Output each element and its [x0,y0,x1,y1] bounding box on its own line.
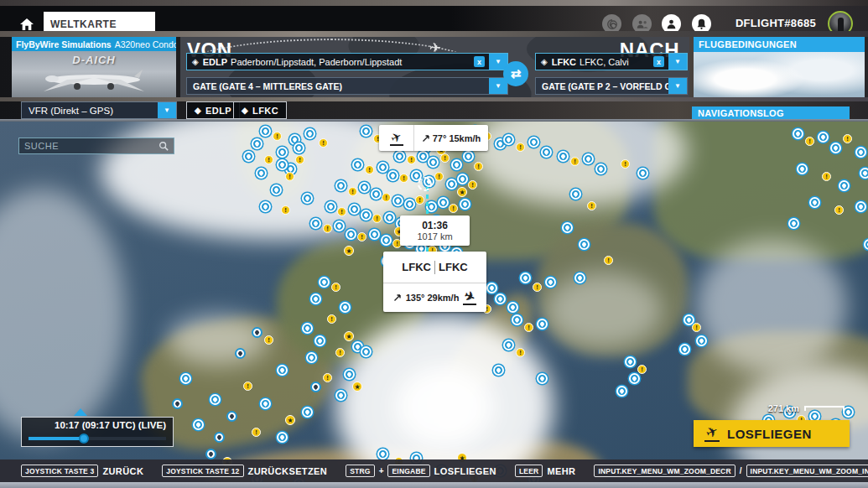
map-marker-airport[interactable] [860,168,868,179]
map-marker-airport[interactable] [277,365,288,376]
map-marker-alert[interactable] [323,224,332,233]
map-marker-star[interactable] [344,331,354,341]
map-marker-alert[interactable] [337,207,346,216]
map-marker-airport[interactable] [574,273,585,283]
waypoint-button-lfkc[interactable]: ◈ LFKC [233,101,287,119]
map-marker-airport[interactable] [271,184,282,195]
map-marker-airport[interactable] [344,369,355,380]
map-marker-airport[interactable] [595,164,606,174]
map-marker-airport[interactable] [629,373,640,384]
map-marker-airport[interactable] [369,229,380,240]
map-marker-airport[interactable] [583,153,594,164]
map-marker-alert[interactable] [273,132,282,141]
map-marker-alert[interactable] [323,373,332,382]
map-marker-airport[interactable] [451,159,462,170]
map-marker-alert[interactable] [264,155,273,164]
arrival-gate-dropdown[interactable]: GATE (GATE P 2 – VORFELD GA MITTEL) ▼ [535,77,688,95]
flight-rules-chevron[interactable]: ▼ [158,102,176,118]
map-marker-airport[interactable] [797,164,808,174]
map-marker-airport[interactable] [302,193,313,204]
map-marker-poi[interactable] [226,411,237,422]
map-marker-airport[interactable] [387,170,398,181]
map-marker-alert[interactable] [285,172,294,181]
map-marker-alert[interactable] [468,180,477,189]
map-marker-airport[interactable] [314,335,325,346]
map-marker-airport[interactable] [340,302,351,313]
map-marker-alert[interactable] [621,159,630,169]
map-marker-airport[interactable] [625,356,636,367]
map-marker-alert[interactable] [319,138,328,148]
map-marker-airport[interactable] [428,157,439,168]
map-marker-airport[interactable] [438,197,449,208]
fly-button[interactable]: ✈ LOSFLIEGEN [694,420,850,447]
map-marker-airport[interactable] [446,179,457,189]
map-marker-airport[interactable] [809,197,820,208]
map-marker-alert[interactable] [533,283,542,292]
map-marker-airport[interactable] [304,128,315,139]
map-marker-airport[interactable] [493,365,504,376]
navlog-button[interactable]: NAVIGATIONSLOG [692,106,850,120]
map-marker-airport[interactable] [839,180,850,191]
departure-gate-dropdown[interactable]: GATE (GATE 4 – MITTLERES GATE) ▼ [186,77,508,95]
map-marker-airport[interactable] [457,174,468,184]
map-marker-airport[interactable] [371,189,382,200]
map-marker-alert[interactable] [822,172,831,181]
map-marker-alert[interactable] [407,155,416,164]
map-marker-alert[interactable] [327,314,336,324]
map-marker-airport[interactable] [520,273,531,283]
map-marker-alert[interactable] [382,193,391,202]
map-marker-airport[interactable] [616,386,627,397]
time-slider[interactable] [29,433,166,444]
map-marker-airport[interactable] [361,346,372,357]
map-marker-alert[interactable] [415,195,424,205]
map-marker-alert[interactable] [524,323,533,332]
time-panel-expand-chevron[interactable] [74,408,87,416]
map-marker-alert[interactable] [264,335,273,345]
map-marker-airport[interactable] [335,180,346,191]
map-marker-airport[interactable] [562,222,573,233]
map-marker-alert[interactable] [587,201,596,210]
map-marker-airport[interactable] [541,147,552,158]
map-marker-airport[interactable] [260,398,271,409]
time-slider-handle[interactable] [79,433,89,444]
map-marker-airport[interactable] [495,293,506,304]
map-marker-alert[interactable] [281,205,290,215]
map-marker-airport[interactable] [377,449,388,459]
map-marker-airport[interactable] [679,344,690,355]
map-marker-airport[interactable] [558,151,569,162]
map-marker-airport[interactable] [193,419,204,430]
map-marker-airport[interactable] [260,201,271,212]
map-marker-alert[interactable] [449,204,458,213]
map-marker-alert[interactable] [365,165,374,174]
aircraft-selector-card[interactable]: FlyByWire Simulations A320neo Condor… D-… [12,37,176,97]
clear-departure-button[interactable]: x [474,56,485,67]
map-marker-airport[interactable] [394,151,405,162]
map-marker-airport[interactable] [256,168,267,179]
map-marker-poi[interactable] [235,348,246,359]
map-marker-star[interactable] [457,187,467,197]
map-marker-airport[interactable] [302,323,313,334]
map-marker-airport[interactable] [818,132,829,143]
map-marker-airport[interactable] [418,151,429,162]
map-marker-airport[interactable] [696,335,707,346]
map-marker-airport[interactable] [855,147,866,158]
map-marker-alert[interactable] [331,283,340,292]
map-marker-airport[interactable] [855,201,866,212]
map-marker-poi[interactable] [172,398,183,409]
map-marker-alert[interactable] [357,232,366,241]
swap-route-button[interactable]: ⇄ [503,61,528,86]
map-marker-airport[interactable] [579,239,590,250]
world-map[interactable]: ✈ 77° 15km/h 01:36 1017 km LFKC LFKC [0,122,868,488]
map-marker-airport[interactable] [377,162,388,173]
map-marker-airport[interactable] [528,137,539,148]
map-marker-airport[interactable] [788,218,799,229]
map-marker-poi[interactable] [252,327,262,338]
map-marker-star[interactable] [285,415,295,425]
map-marker-airport[interactable] [503,134,514,145]
map-marker-airport[interactable] [294,143,304,153]
map-marker-airport[interactable] [570,189,581,200]
map-marker-alert[interactable] [570,157,580,166]
map-marker-airport[interactable] [361,210,372,221]
map-marker-airport[interactable] [463,151,474,162]
map-marker-alert[interactable] [372,214,382,223]
